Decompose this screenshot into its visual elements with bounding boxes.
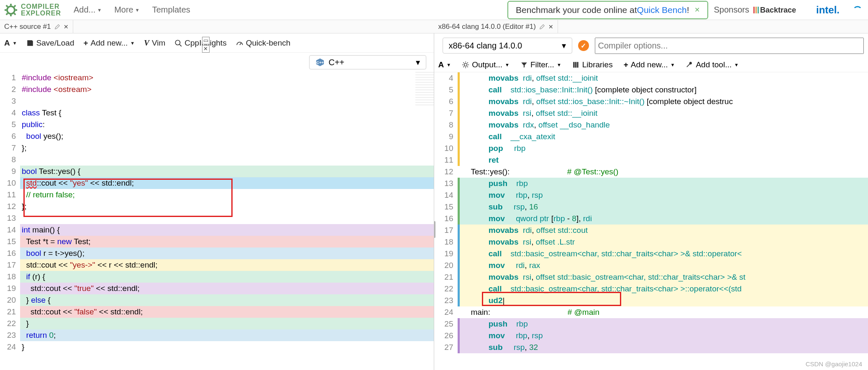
- logo-text-bottom: EXPLORER: [21, 10, 61, 17]
- svg-line-7: [6, 13, 8, 14]
- filter-button[interactable]: Filter...▼: [520, 60, 561, 69]
- minimap[interactable]: [415, 72, 434, 105]
- banner-pill: Benchmark your code online at Quick Benc…: [507, 1, 708, 19]
- sponsors-label: Sponsors: [714, 5, 750, 15]
- compile-status-icon[interactable]: ✓: [578, 40, 589, 51]
- asm-code[interactable]: movabs rdi, offset std::__ioinit call st…: [458, 72, 868, 370]
- pane-close-icon[interactable]: ✕: [202, 45, 210, 53]
- svg-text:C++: C++: [316, 61, 323, 65]
- language-label: C++: [329, 58, 345, 67]
- asm-editor[interactable]: 4567891011121314151617181920212223242526…: [434, 72, 868, 370]
- svg-point-0: [7, 6, 15, 14]
- floppy-icon: [26, 39, 34, 47]
- svg-text:intel.: intel.: [816, 4, 840, 15]
- add-new-button[interactable]: +Add new...▼: [624, 60, 675, 69]
- source-code[interactable]: #include <iostream>#include <ostream>cla…: [20, 72, 434, 370]
- source-tab[interactable]: C++ source #1 ✕: [0, 20, 73, 33]
- pencil-icon[interactable]: [539, 24, 545, 30]
- banner-link[interactable]: Quick Bench: [637, 5, 687, 15]
- logo-text-top: COMPILER: [21, 3, 61, 10]
- svg-rect-22: [577, 62, 578, 68]
- compiler-row: x86-64 clang 14.0.0 ▾ ✓: [434, 33, 868, 58]
- tab-close-icon[interactable]: ✕: [548, 23, 553, 30]
- svg-line-8: [14, 5, 15, 6]
- chevron-down-icon: ▾: [416, 57, 420, 67]
- menu-templates[interactable]: Templates: [152, 5, 190, 15]
- svg-rect-10: [753, 7, 755, 13]
- language-select[interactable]: C++ C++ ▾: [309, 55, 426, 69]
- asm-pane: x86-64 clang 14.0.0 ▾ ✓ A▼ Output...▼ Fi…: [434, 33, 868, 370]
- magnify-icon: [174, 39, 182, 47]
- chevron-down-icon: ▾: [562, 41, 566, 51]
- banner-text-suffix: !: [687, 5, 689, 15]
- splitter-grip[interactable]: [434, 221, 435, 238]
- source-gutter: 123456789101112131415161718192021222324: [0, 72, 20, 370]
- compiler-options-input[interactable]: [595, 38, 864, 54]
- font-size-button[interactable]: A▼: [4, 38, 17, 48]
- funnel-icon: [520, 61, 528, 69]
- svg-line-6: [14, 13, 15, 14]
- source-tab-label: C++ source #1: [4, 23, 51, 31]
- banner-text-prefix: Benchmark your code online at: [516, 5, 637, 15]
- asm-tab-label: x86-64 clang 14.0.0 (Editor #1): [438, 23, 536, 31]
- menu-more[interactable]: More▼: [114, 5, 139, 15]
- svg-line-16: [240, 43, 241, 45]
- cppinsights-button[interactable]: CppInsights: [174, 38, 226, 48]
- svg-line-5: [6, 5, 8, 6]
- svg-rect-11: [755, 7, 757, 13]
- source-toolbar: A▼ Save/Load +Add new...▼ VVim CppInsigh…: [0, 33, 434, 53]
- cpp-icon: C++: [315, 58, 325, 67]
- caret-down-icon: ▼: [135, 8, 140, 13]
- svg-rect-21: [575, 62, 576, 68]
- gauge-icon: [236, 39, 243, 47]
- vim-button[interactable]: VVim: [144, 38, 165, 48]
- font-size-button[interactable]: A▼: [438, 60, 451, 69]
- pane-popout-icon[interactable]: ▭: [202, 37, 210, 44]
- asm-tabstrip: x86-64 clang 14.0.0 (Editor #1) ✕: [434, 20, 868, 33]
- asm-tab[interactable]: x86-64 clang 14.0.0 (Editor #1) ✕: [434, 20, 558, 33]
- caret-down-icon: ▼: [97, 8, 102, 13]
- header: COMPILER EXPLORER Add...▼ More▼ Template…: [0, 0, 868, 20]
- svg-rect-20: [573, 62, 574, 68]
- menu-add[interactable]: Add...▼: [74, 5, 102, 15]
- source-editor[interactable]: 123456789101112131415161718192021222324 …: [0, 72, 434, 370]
- gear-icon: [462, 61, 469, 69]
- source-pane: A▼ Save/Load +Add new...▼ VVim CppInsigh…: [0, 33, 434, 370]
- svg-point-19: [464, 64, 467, 66]
- sponsor-backtrace-icon[interactable]: Backtrace: [753, 4, 812, 16]
- compiler-select[interactable]: x86-64 clang 14.0.0 ▾: [443, 38, 572, 54]
- sponsor-intel-icon[interactable]: intel.: [816, 4, 850, 16]
- top-menu: Add...▼ More▼ Templates: [74, 5, 190, 15]
- svg-text:Backtrace: Backtrace: [760, 6, 796, 14]
- book-icon: [572, 61, 580, 69]
- quick-bench-button[interactable]: Quick-bench: [236, 38, 291, 48]
- add-new-button[interactable]: +Add new...▼: [83, 38, 135, 48]
- save-load-button[interactable]: Save/Load: [26, 38, 74, 48]
- banner-close-icon[interactable]: ✕: [694, 6, 700, 14]
- output-button[interactable]: Output...▼: [462, 60, 510, 69]
- compiler-label: x86-64 clang 14.0.0: [449, 41, 522, 51]
- asm-gutter: 4567891011121314151617181920212223242526…: [434, 72, 458, 370]
- add-tool-button[interactable]: Add tool...▼: [686, 60, 738, 69]
- tab-close-icon[interactable]: ✕: [64, 23, 69, 30]
- watermark: CSDN @gaojie1024: [806, 360, 862, 367]
- svg-line-15: [180, 44, 182, 46]
- svg-rect-12: [758, 7, 759, 13]
- banner-area: Benchmark your code online at Quick Benc…: [507, 1, 865, 19]
- svg-point-14: [176, 40, 180, 45]
- logo-gear-icon: [3, 3, 18, 18]
- wrench-icon: [686, 61, 693, 69]
- sponsor-next-icon[interactable]: [854, 4, 861, 16]
- libraries-button[interactable]: Libraries: [572, 60, 613, 69]
- logo[interactable]: COMPILER EXPLORER: [3, 3, 61, 18]
- pencil-icon[interactable]: [54, 24, 60, 30]
- source-tabstrip: C++ source #1 ✕ ▭ ✕: [0, 20, 434, 33]
- pane-window-controls: ▭ ✕: [202, 37, 210, 53]
- sponsors: Sponsors Backtrace intel.: [714, 4, 865, 16]
- asm-toolbar: A▼ Output...▼ Filter...▼ Libraries +Add …: [434, 58, 868, 72]
